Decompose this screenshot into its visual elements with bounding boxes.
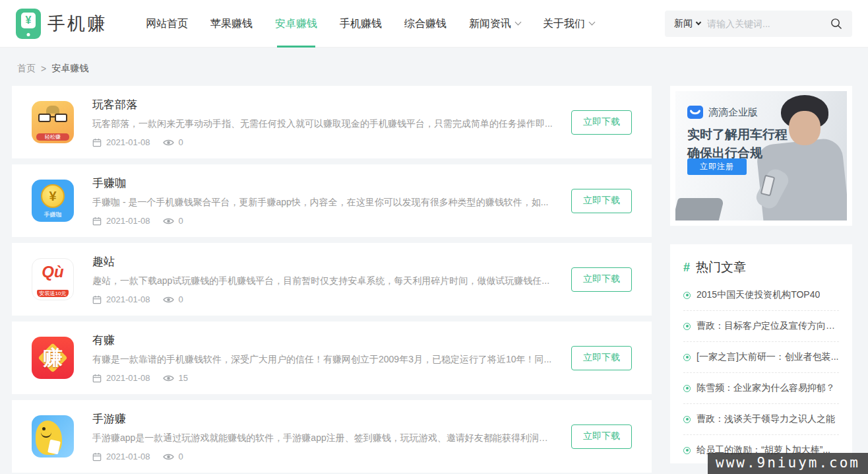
eye-icon bbox=[163, 139, 174, 147]
view-count: 0 bbox=[179, 216, 183, 226]
view-count: 0 bbox=[179, 452, 183, 461]
publish-date: 2021-01-08 bbox=[106, 373, 150, 383]
publish-date: 2021-01-08 bbox=[106, 137, 150, 147]
download-button[interactable]: 立即下载 bbox=[571, 424, 632, 449]
nav-label: 网站首页 bbox=[146, 0, 188, 48]
bullet-icon bbox=[683, 447, 691, 454]
view-count: 0 bbox=[179, 137, 183, 147]
breadcrumb: 首页 > 安卓赚钱 bbox=[0, 48, 868, 86]
icon-label: 手赚咖 bbox=[32, 211, 74, 219]
icon-char: 赚 bbox=[32, 337, 74, 379]
header: ¥ 手机赚 网站首页 苹果赚钱 安卓赚钱 手机赚钱 综合赚钱 新闻资讯 关于我们… bbox=[0, 0, 868, 48]
download-button[interactable]: 立即下载 bbox=[571, 189, 632, 213]
app-info: 手赚咖 手赚咖 - 是一个手机赚钱聚合平台，更新手赚app快，内容全，在这里你可… bbox=[92, 176, 571, 226]
app-title[interactable]: 手赚咖 bbox=[92, 176, 554, 191]
download-button[interactable]: 立即下载 bbox=[571, 346, 632, 370]
ad-brand-row: 滴滴企业版 bbox=[687, 106, 758, 119]
phone-home-dot bbox=[27, 33, 30, 36]
nav-item-home[interactable]: 网站首页 bbox=[135, 0, 199, 48]
search-bar: 新闻 bbox=[665, 11, 852, 37]
app-list-item: Qù 安装送10元 趣站 趣站，一款下载app试玩赚钱的手机赚钱平台，目前暂时仅… bbox=[12, 243, 652, 316]
ad-card[interactable]: 滴滴企业版 实时了解用车行程 确保出行合规 立即注册 bbox=[670, 86, 852, 226]
calendar-icon bbox=[92, 217, 102, 226]
app-meta: 2021-01-08 0 bbox=[92, 452, 554, 461]
app-icon-quzhan: Qù 安装送10元 bbox=[32, 258, 74, 300]
nav-label: 安卓赚钱 bbox=[275, 0, 317, 48]
hot-article-link[interactable]: 陈雪频：企业家为什么容易抑郁？ bbox=[683, 373, 839, 404]
nav-item-android[interactable]: 安卓赚钱 bbox=[264, 0, 328, 48]
app-description: 玩客部落，一款闲来无事动动手指、无需任何投入就可以赚取现金的手机赚钱平台，只需完… bbox=[92, 118, 554, 130]
ad-register-button[interactable]: 立即注册 bbox=[687, 158, 747, 175]
breadcrumb-current: 安卓赚钱 bbox=[51, 63, 88, 75]
bullet-icon bbox=[683, 292, 691, 299]
app-meta: 2021-01-08 0 bbox=[92, 137, 554, 147]
app-list-item: ¥ 手赚咖 手赚咖 手赚咖 - 是一个手机赚钱聚合平台，更新手赚app快，内容全… bbox=[12, 164, 652, 237]
icon-badge: 安装送10元 bbox=[37, 290, 69, 297]
ad-brand-name: 滴滴企业版 bbox=[708, 106, 758, 119]
hot-article-link[interactable]: 曹政：目标客户定位及宣传方向选... bbox=[683, 311, 839, 342]
coin-icon: ¥ bbox=[41, 184, 65, 208]
app-icon-shouyouzhuan bbox=[32, 415, 74, 457]
hot-article-title: [一家之言]大前研一：创业者包装... bbox=[697, 351, 838, 363]
hot-article-link[interactable]: [一家之言]大前研一：创业者包装... bbox=[683, 342, 839, 373]
site-name: 手机赚 bbox=[47, 12, 107, 36]
search-category-select[interactable]: 新闻 bbox=[674, 18, 700, 30]
app-list: 轻松赚 玩客部落 玩客部落，一款闲来无事动动手指、无需任何投入就可以赚取现金的手… bbox=[12, 86, 652, 474]
app-description: 趣站，一款下载app试玩赚钱的手机赚钱平台，目前暂时仅支持安卓系统，每天利用碎片… bbox=[92, 275, 554, 287]
app-meta: 2021-01-08 0 bbox=[92, 216, 554, 226]
app-title[interactable]: 趣站 bbox=[92, 254, 554, 269]
app-list-item: 轻松赚 玩客部落 玩客部落，一款闲来无事动动手指、无需任何投入就可以赚取现金的手… bbox=[12, 86, 652, 158]
hot-article-title: 陈雪频：企业家为什么容易抑郁？ bbox=[697, 382, 835, 394]
didi-logo-icon bbox=[687, 106, 703, 119]
nav-item-about[interactable]: 关于我们 bbox=[532, 0, 605, 48]
app-description: 手赚咖 - 是一个手机赚钱聚合平台，更新手赚app快，内容全，在这里你可以发现有… bbox=[92, 197, 554, 209]
app-description: 手游赚app是一款通过玩游戏就能赚钱的软件，手游赚app注册、签到赚钱，玩玩游戏… bbox=[92, 432, 554, 444]
nav-label: 新闻资讯 bbox=[469, 0, 511, 48]
bullet-icon bbox=[683, 416, 691, 423]
nav-item-mobile[interactable]: 手机赚钱 bbox=[328, 0, 393, 48]
glasses-bridge bbox=[51, 116, 55, 118]
app-title[interactable]: 手游赚 bbox=[92, 411, 554, 426]
sidebar: 滴滴企业版 实时了解用车行程 确保出行合规 立即注册 # 热门文章 2015中国… bbox=[670, 86, 852, 463]
hot-article-link[interactable]: 曹政：浅谈关于领导力之识人之能 bbox=[683, 404, 839, 435]
watermark: www.9niuym.com bbox=[708, 453, 868, 474]
search-input[interactable] bbox=[707, 18, 823, 29]
chevron-down-icon bbox=[589, 19, 596, 26]
download-button[interactable]: 立即下载 bbox=[571, 110, 632, 135]
hot-article-title: 曹政：浅谈关于领导力之识人之能 bbox=[697, 413, 835, 425]
character-eye bbox=[42, 427, 46, 430]
download-button[interactable]: 立即下载 bbox=[571, 267, 632, 292]
eye-icon bbox=[163, 296, 174, 304]
view-count: 15 bbox=[179, 373, 188, 383]
icon-badge: 轻松赚 bbox=[36, 133, 69, 141]
app-icon-youzhuan: 赚 bbox=[32, 337, 74, 379]
hot-article-link[interactable]: 2015中国天使投资机构TOP40 bbox=[683, 280, 839, 311]
app-title[interactable]: 有赚 bbox=[92, 333, 554, 348]
nav-item-news[interactable]: 新闻资讯 bbox=[458, 0, 532, 48]
breadcrumb-home[interactable]: 首页 bbox=[17, 63, 36, 75]
bullet-icon bbox=[683, 354, 691, 361]
nav-item-misc[interactable]: 综合赚钱 bbox=[393, 0, 458, 48]
search-icon[interactable] bbox=[830, 17, 843, 30]
nav-label: 关于我们 bbox=[543, 0, 585, 48]
app-list-item: 赚 有赚 有赚是一款靠谱的手机赚钱软件，深受广大用户的信任！有赚网创立于2009… bbox=[12, 322, 652, 394]
hash-icon: # bbox=[683, 261, 690, 275]
hot-articles-title: 热门文章 bbox=[696, 259, 746, 276]
calendar-icon bbox=[92, 138, 102, 147]
nav-label: 苹果赚钱 bbox=[210, 0, 253, 48]
nav-label: 综合赚钱 bbox=[404, 0, 447, 48]
app-title[interactable]: 玩客部落 bbox=[92, 97, 554, 112]
app-description: 有赚是一款靠谱的手机赚钱软件，深受广大用户的信任！有赚网创立于2009年3月，已… bbox=[92, 354, 554, 366]
bullet-icon bbox=[683, 385, 691, 392]
app-info: 有赚 有赚是一款靠谱的手机赚钱软件，深受广大用户的信任！有赚网创立于2009年3… bbox=[92, 333, 571, 383]
chevron-down-icon bbox=[515, 19, 522, 26]
nav-item-apple[interactable]: 苹果赚钱 bbox=[199, 0, 264, 48]
phone-yuan-logo-icon: ¥ bbox=[16, 9, 41, 39]
eye-icon bbox=[163, 217, 174, 225]
app-icon-wankebuluo: 轻松赚 bbox=[32, 101, 74, 143]
site-logo[interactable]: ¥ 手机赚 bbox=[16, 9, 107, 39]
eye-icon bbox=[163, 453, 174, 461]
app-icon-shouzhuanka: ¥ 手赚咖 bbox=[32, 180, 74, 222]
ad-laptop-image bbox=[675, 198, 724, 220]
main-nav: 网站首页 苹果赚钱 安卓赚钱 手机赚钱 综合赚钱 新闻资讯 关于我们 bbox=[135, 0, 605, 48]
